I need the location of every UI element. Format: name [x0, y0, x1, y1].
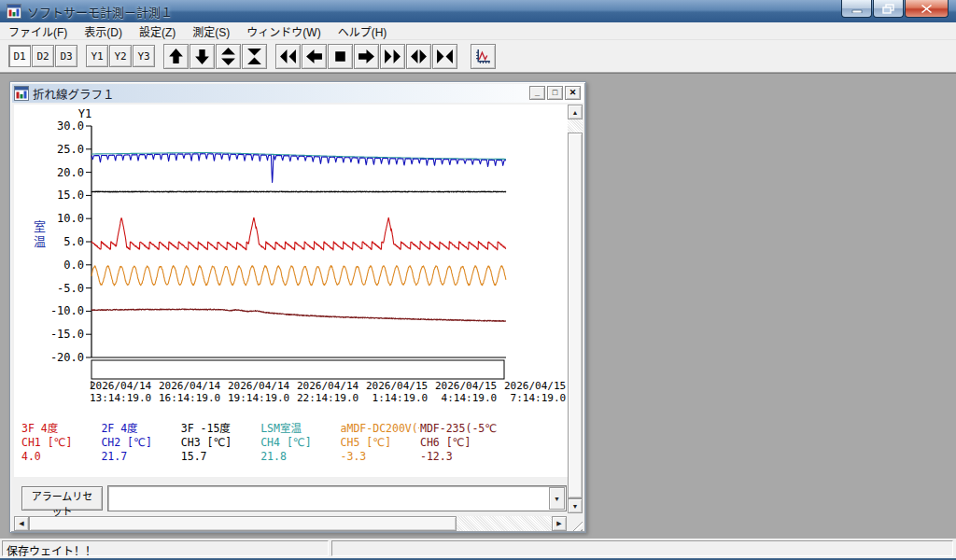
window-titlebar[interactable]: ソフトサーモ計測－計測１ [0, 0, 956, 22]
series-line-ch1 [91, 217, 506, 250]
channel-unit: CH6 [℃] [420, 436, 499, 450]
graph-control-panel: アラームリセット ▼ [14, 477, 568, 515]
scroll-down-button[interactable]: ▼ [568, 498, 583, 513]
y-tick-label: 10.0 [57, 212, 84, 225]
legend-cell-ch6: MDF-235(-5℃)CH6 [℃]-12.3 [420, 422, 499, 466]
scroll-right-button[interactable]: ▶ [552, 516, 567, 531]
channel-unit: CH4 [℃] [260, 436, 339, 450]
graph-maximize-button[interactable]: □ [547, 86, 563, 100]
x-tick-label: 2026/04/14 13:14:19.0 [90, 380, 159, 404]
channel-value: -3.3 [341, 450, 419, 464]
vscroll-track[interactable] [568, 119, 583, 133]
channel-name: aMDF-DC200V(+7 [341, 422, 419, 436]
alarm-combobox[interactable]: ▼ [107, 485, 567, 511]
graph-window-title: 折れ線グラフ１ [33, 85, 115, 103]
minimize-button[interactable] [841, 0, 872, 18]
y-tick-label: 5.0 [63, 235, 84, 248]
toolbar-button-step-left[interactable] [302, 44, 327, 69]
x-tick-label: 2026/04/14 16:14:19.0 [159, 380, 228, 404]
combobox-dropdown-button[interactable]: ▼ [549, 487, 565, 510]
legend-cell-ch3: 3F -15度CH3 [℃]15.7 [181, 422, 260, 466]
vscroll-thumb[interactable] [568, 133, 583, 498]
channel-legend: 3F 4度CH1 [℃]4.02F 4度CH2 [℃]21.73F -15度CH… [14, 422, 568, 467]
y-tick-label: 15.0 [57, 189, 84, 202]
toolbar-button-y3[interactable]: Y3 [133, 45, 155, 67]
triangle-right-icon: ▶ [556, 520, 561, 527]
y-tick-label: 20.0 [57, 166, 84, 179]
menu-item-measure[interactable]: 測定(S) [184, 22, 238, 40]
toolbar-button-collapse-horizontal[interactable] [432, 44, 457, 69]
toolbar-button-expand-vertical[interactable] [216, 44, 241, 69]
expand-vertical-icon [219, 48, 237, 65]
toolbar-button-d2[interactable]: D2 [32, 45, 54, 67]
toolbar-button-d3[interactable]: D3 [55, 45, 77, 67]
y-tick-label: 25.0 [57, 143, 84, 156]
menu-item-file[interactable]: ファイル(F) [0, 22, 76, 40]
alarm-combobox-value[interactable] [110, 488, 547, 509]
channel-name: 2F 4度 [101, 422, 179, 436]
toolbar-button-graph-settings[interactable] [471, 44, 496, 69]
toolbar-button-stop[interactable] [328, 44, 353, 69]
fast-forward-icon [384, 48, 401, 65]
close-button[interactable] [905, 0, 949, 18]
toolbar-button-down-arrow[interactable] [190, 44, 215, 69]
toolbar-button-expand-horizontal[interactable] [406, 44, 431, 69]
alarm-reset-button[interactable]: アラームリセット [21, 486, 103, 511]
status-panel-right [331, 540, 953, 556]
toolbar: D1D2D3Y1Y2Y3 [0, 40, 956, 72]
graph-minimize-button[interactable]: _ [529, 86, 545, 100]
x-tick-label: 2026/04/15 7:14:19.0 [504, 380, 568, 404]
toolbar-button-fast-forward[interactable] [380, 44, 405, 69]
menu-item-view[interactable]: 表示(D) [76, 22, 131, 40]
graph-window-titlebar[interactable]: 折れ線グラフ１ _ □ ✕ [12, 84, 583, 103]
horizontal-scrollbar[interactable]: ◀ ▶ [14, 516, 567, 531]
app-icon [7, 4, 21, 19]
graph-close-button[interactable]: ✕ [565, 86, 581, 100]
toolbar-button-d1[interactable]: D1 [8, 45, 31, 67]
toolbar-button-y2[interactable]: Y2 [109, 45, 132, 67]
stop-icon [331, 48, 349, 65]
restore-button[interactable] [873, 0, 904, 18]
menu-item-settings[interactable]: 設定(Z) [131, 22, 184, 40]
triangle-left-icon: ◀ [19, 520, 23, 527]
x-tick-label: 2026/04/15 4:14:19.0 [435, 380, 504, 404]
chevron-down-icon: ▼ [554, 496, 560, 502]
channel-value: 21.7 [101, 450, 179, 464]
y-tick-label: -5.0 [57, 282, 84, 295]
toolbar-button-step-right[interactable] [354, 44, 379, 69]
menu-item-help[interactable]: ヘルプ(H) [330, 22, 396, 40]
series-line-ch6 [91, 309, 506, 321]
x-axis-labels: 2026/04/14 13:14:19.02026/04/14 16:14:19… [90, 380, 568, 404]
menu-item-window[interactable]: ウィンドウ(W) [238, 22, 329, 40]
rewind-icon [279, 48, 297, 65]
hscroll-track[interactable] [457, 516, 552, 531]
channel-value: 15.7 [181, 450, 260, 464]
x-tick-label: 2026/04/15 1:14:19.0 [366, 380, 435, 404]
graph-window-icon [14, 86, 29, 101]
step-left-icon [305, 48, 323, 65]
resize-grip[interactable] [568, 516, 583, 531]
toolbar-button-collapse-vertical[interactable] [242, 44, 267, 69]
series-line-ch5 [91, 266, 506, 286]
y-tick-label: -10.0 [50, 304, 84, 317]
toolbar-button-up-arrow[interactable] [163, 44, 189, 69]
window-title: ソフトサーモ計測－計測１ [27, 3, 173, 21]
vertical-scrollbar[interactable]: ▲ ▼ [568, 105, 583, 513]
toolbar-button-rewind[interactable] [275, 44, 301, 69]
channel-name: MDF-235(-5℃) [420, 422, 499, 436]
scroll-left-button[interactable]: ◀ [14, 516, 29, 531]
legend-cell-ch1: 3F 4度CH1 [℃]4.0 [21, 422, 100, 466]
scroll-up-button[interactable]: ▲ [568, 105, 583, 119]
channel-unit: CH2 [℃] [101, 436, 179, 450]
y-axis-unit-label: Y1 [78, 107, 91, 120]
status-bar: 保存ウェイト！！ [0, 539, 956, 558]
hscroll-thumb[interactable] [29, 516, 457, 531]
series-line-ch3 [91, 191, 506, 192]
toolbar-button-y1[interactable]: Y1 [86, 45, 108, 67]
application-window: ソフトサーモ計測－計測１ ファイル(F)表示(D)設定(Z)測定(S)ウィンドウ… [0, 0, 956, 560]
channel-value: 21.8 [260, 450, 339, 464]
y-tick-label: 0.0 [63, 259, 84, 272]
y-tick-label: -15.0 [50, 328, 84, 341]
mdi-workspace: 折れ線グラフ１ _ □ ✕ Y130.025.020.015.010.05.00… [0, 73, 956, 539]
legend-cell-ch2: 2F 4度CH2 [℃]21.7 [101, 422, 179, 466]
